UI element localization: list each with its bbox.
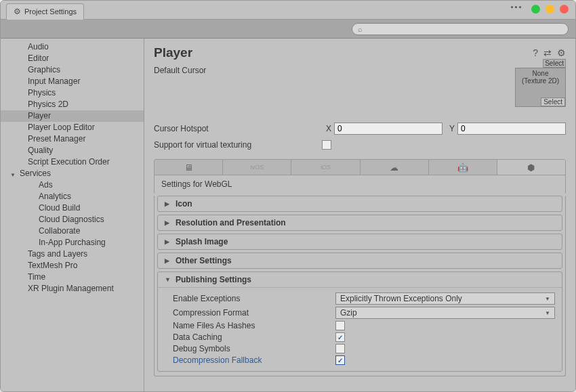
main-panel: Player ? ⇄ ⚙ Select None (Texture 2D) Se… (144, 39, 575, 391)
platform-tab-android[interactable]: 🤖 (429, 160, 497, 175)
default-cursor-type: (Texture 2D) (522, 77, 559, 85)
enable-exceptions-label: Enable Exceptions (173, 294, 335, 303)
gear-icon: ⚙ (14, 7, 21, 16)
desktop-icon: 🖥 (184, 162, 193, 173)
sidebar-item-analytics[interactable]: Analytics (1, 191, 144, 202)
platform-tab-tvos[interactable]: tvOS (223, 160, 291, 175)
chevron-down-icon: ▼ (545, 310, 550, 316)
debug-symbols-label: Debug Symbols (173, 344, 335, 353)
name-files-hashes-checkbox[interactable] (335, 321, 345, 330)
hotspot-x-label: X (322, 124, 331, 133)
default-cursor-none: None (533, 70, 549, 77)
sidebar-item-audio[interactable]: Audio (1, 41, 144, 53)
minimize-button[interactable] (531, 5, 540, 14)
sidebar-item-xr-plugin-management[interactable]: XR Plugin Management (1, 283, 144, 295)
enable-exceptions-select[interactable]: Explicitly Thrown Exceptions Only▼ (335, 292, 555, 305)
traffic-lights (531, 5, 569, 14)
section-splash[interactable]: Splash Image (158, 234, 562, 249)
sidebar-item-editor[interactable]: Editor (1, 53, 144, 64)
default-cursor-field[interactable]: None (Texture 2D) Select (515, 68, 566, 107)
window-title: Project Settings (24, 7, 77, 16)
search-bar: ⌕ (1, 20, 575, 39)
help-icon[interactable]: ? (533, 47, 538, 58)
cursor-hotspot-label: Cursor Hotspot (154, 124, 322, 133)
chevron-down-icon: ▼ (545, 296, 550, 302)
sidebar-item-tags-and-layers[interactable]: Tags and Layers (1, 248, 144, 260)
sidebar-item-services[interactable]: Services (1, 168, 144, 179)
project-settings-window: ⚙ Project Settings ⌕ AudioEditorGraphics… (0, 0, 576, 392)
data-caching-label: Data Caching (173, 332, 335, 342)
platform-tab-desktop[interactable]: 🖥 (155, 160, 223, 175)
close-button[interactable] (560, 5, 569, 14)
kebab-menu-icon[interactable] (511, 6, 521, 8)
virtual-texturing-checkbox[interactable] (322, 140, 331, 150)
settings-gear-icon[interactable]: ⚙ (557, 47, 566, 58)
sidebar-item-physics[interactable]: Physics (1, 87, 144, 99)
virtual-texturing-label: Support for virtual texturing (154, 140, 322, 150)
preset-icon[interactable]: ⇄ (543, 47, 552, 58)
settings-for-label: Settings for WebGL (154, 175, 566, 193)
debug-symbols-checkbox[interactable] (335, 344, 345, 353)
compression-format-label: Compression Format (173, 308, 335, 318)
ios-icon: iOS (321, 164, 331, 171)
search-icon: ⌕ (358, 25, 363, 33)
hotspot-y-input[interactable] (457, 123, 566, 135)
hotspot-x-input[interactable] (334, 123, 443, 135)
chevron-right-icon (165, 257, 171, 264)
section-other[interactable]: Other Settings (158, 253, 562, 268)
sidebar-item-graphics[interactable]: Graphics (1, 64, 144, 76)
sidebar-item-quality[interactable]: Quality (1, 145, 144, 156)
sidebar-item-preset-manager[interactable]: Preset Manager (1, 133, 144, 145)
platform-tab-cloud[interactable]: ☁ (361, 160, 429, 175)
sidebar-item-collaborate[interactable]: Collaborate (1, 225, 144, 237)
platform-tab-webgl[interactable]: ⬢ (497, 160, 565, 175)
sidebar-item-player[interactable]: Player (1, 110, 144, 122)
sidebar-item-cloud-build[interactable]: Cloud Build (1, 202, 144, 214)
platform-tabs: 🖥 tvOS iOS ☁ 🤖 ⬢ (154, 159, 566, 175)
chevron-right-icon (165, 219, 171, 226)
section-resolution[interactable]: Resolution and Presentation (158, 215, 562, 230)
sidebar-item-time[interactable]: Time (1, 271, 144, 283)
platform-tab-ios[interactable]: iOS (291, 160, 360, 175)
sidebar-item-in-app-purchasing[interactable]: In-App Purchasing (1, 237, 144, 248)
window-tab[interactable]: ⚙ Project Settings (6, 3, 84, 20)
decompression-fallback-label: Decompression Fallback (173, 355, 335, 365)
chevron-right-icon (165, 238, 171, 245)
android-icon: 🤖 (457, 162, 468, 173)
section-publishing[interactable]: Publishing Settings (158, 272, 562, 287)
cloud-icon: ☁ (390, 162, 398, 173)
section-icon[interactable]: Icon (158, 196, 562, 211)
default-cursor-label: Default Cursor (154, 66, 322, 75)
titlebar: ⚙ Project Settings (1, 1, 575, 20)
select-cursor-button[interactable]: Select (541, 97, 565, 106)
sidebar-item-physics-2d[interactable]: Physics 2D (1, 99, 144, 110)
chevron-right-icon (165, 200, 171, 207)
sidebar-item-textmesh-pro[interactable]: TextMesh Pro (1, 260, 144, 271)
page-title: Player (154, 45, 192, 60)
maximize-button[interactable] (546, 5, 554, 14)
sidebar-item-ads[interactable]: Ads (1, 179, 144, 191)
tvos-icon: tvOS (250, 164, 264, 171)
html5-icon: ⬢ (527, 162, 535, 173)
data-caching-checkbox[interactable] (335, 332, 345, 342)
sidebar: AudioEditorGraphicsInput ManagerPhysicsP… (1, 39, 144, 391)
compression-format-select[interactable]: Gzip▼ (335, 307, 555, 319)
sidebar-item-player-loop-editor[interactable]: Player Loop Editor (1, 122, 144, 133)
chevron-down-icon (165, 276, 171, 283)
select-cursor-top-button[interactable]: Select (543, 59, 566, 68)
search-input[interactable]: ⌕ (352, 23, 569, 35)
sidebar-item-cloud-diagnostics[interactable]: Cloud Diagnostics (1, 214, 144, 225)
decompression-fallback-checkbox[interactable] (335, 355, 345, 365)
name-files-hashes-label: Name Files As Hashes (173, 321, 335, 330)
hotspot-y-label: Y (445, 124, 455, 133)
sidebar-item-script-execution-order[interactable]: Script Execution Order (1, 156, 144, 168)
sidebar-item-input-manager[interactable]: Input Manager (1, 76, 144, 87)
